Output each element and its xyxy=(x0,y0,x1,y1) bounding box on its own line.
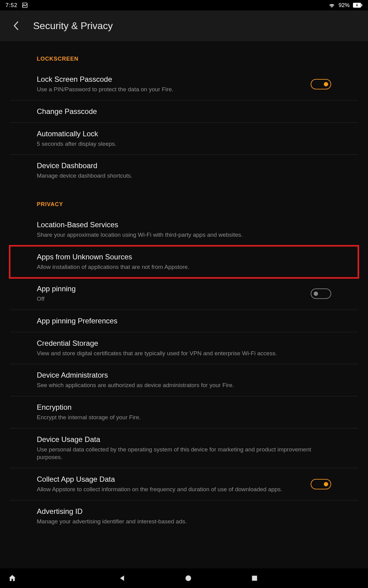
wifi-icon xyxy=(328,2,335,8)
back-button[interactable] xyxy=(9,18,23,33)
setting-subtitle: Share your approximate location using Wi… xyxy=(37,231,331,239)
setting-subtitle: Allow Appstore to collect information on… xyxy=(37,485,306,493)
nav-alexa-home-button[interactable] xyxy=(4,570,21,587)
setting-title: Device Usage Data xyxy=(37,435,331,444)
setting-subtitle: 5 seconds after display sleeps. xyxy=(37,140,331,148)
setting-title: Device Dashboard xyxy=(37,161,331,170)
setting-title: App pinning xyxy=(37,285,306,293)
setting-device-administrators[interactable]: Device AdministratorsSee which applicati… xyxy=(10,364,358,396)
battery-percentage: 92% xyxy=(339,2,350,9)
navigation-bar xyxy=(0,568,368,588)
setting-credential-storage[interactable]: Credential StorageView and store digital… xyxy=(10,332,358,364)
screenshot-icon xyxy=(22,2,28,8)
setting-subtitle: Manage your advertising identifier and i… xyxy=(37,518,331,526)
setting-location-based-services[interactable]: Location-Based ServicesShare your approx… xyxy=(10,214,358,246)
setting-title: Apps from Unknown Sources xyxy=(37,253,331,261)
setting-subtitle: Manage device dashboard shortcuts. xyxy=(37,172,331,180)
svg-rect-0 xyxy=(23,3,27,8)
setting-subtitle: See which applications are authorized as… xyxy=(37,381,331,389)
status-bar: 7:52 92% xyxy=(0,0,368,10)
setting-device-dashboard[interactable]: Device DashboardManage device dashboard … xyxy=(10,155,358,187)
setting-title: Location-Based Services xyxy=(37,221,331,229)
settings-list[interactable]: LOCKSCREENLock Screen PasscodeUse a PIN/… xyxy=(0,41,368,568)
setting-encryption[interactable]: EncryptionEncrypt the internal storage o… xyxy=(10,396,358,428)
setting-app-pinning[interactable]: App pinningOff xyxy=(10,278,358,310)
setting-subtitle: View and store digital certificates that… xyxy=(37,349,331,357)
setting-advertising-id[interactable]: Advertising IDManage your advertising id… xyxy=(10,500,358,532)
nav-home-button[interactable] xyxy=(180,570,197,587)
setting-change-passcode[interactable]: Change Passcode xyxy=(10,100,358,123)
battery-charging-icon xyxy=(353,2,362,8)
toggle-switch[interactable] xyxy=(311,79,331,89)
page-title: Security & Privacy xyxy=(33,20,113,32)
section-header: PRIVACY xyxy=(10,187,358,214)
setting-title: App pinning Preferences xyxy=(37,317,331,325)
svg-rect-5 xyxy=(252,576,257,581)
nav-recent-button[interactable] xyxy=(246,570,263,587)
setting-lock-screen-passcode[interactable]: Lock Screen PasscodeUse a PIN/Password t… xyxy=(10,68,358,100)
toggle-switch[interactable] xyxy=(311,479,331,489)
toggle-switch[interactable] xyxy=(311,288,331,299)
status-time: 7:52 xyxy=(6,2,17,9)
setting-collect-app-usage-data[interactable]: Collect App Usage DataAllow Appstore to … xyxy=(10,468,358,500)
svg-rect-3 xyxy=(361,4,362,6)
app-bar: Security & Privacy xyxy=(0,10,368,41)
svg-point-1 xyxy=(23,4,24,5)
setting-device-usage-data[interactable]: Device Usage DataUse personal data colle… xyxy=(10,428,358,468)
setting-app-pinning-preferences[interactable]: App pinning Preferences xyxy=(10,310,358,332)
setting-subtitle: Off xyxy=(37,295,306,303)
nav-back-button[interactable] xyxy=(113,570,131,587)
setting-title: Credential Storage xyxy=(37,339,331,348)
setting-apps-from-unknown-sources[interactable]: Apps from Unknown SourcesAllow installat… xyxy=(10,246,358,278)
setting-title: Encryption xyxy=(37,403,331,412)
svg-point-4 xyxy=(186,575,191,581)
setting-title: Collect App Usage Data xyxy=(37,475,306,484)
setting-title: Automatically Lock xyxy=(37,130,331,138)
setting-subtitle: Allow installation of applications that … xyxy=(37,263,331,271)
setting-automatically-lock[interactable]: Automatically Lock5 seconds after displa… xyxy=(10,123,358,155)
setting-title: Advertising ID xyxy=(37,507,331,516)
section-header: LOCKSCREEN xyxy=(10,41,358,68)
setting-title: Device Administrators xyxy=(37,371,331,379)
setting-title: Lock Screen Passcode xyxy=(37,75,306,84)
setting-subtitle: Encrypt the internal storage of your Fir… xyxy=(37,413,331,421)
setting-subtitle: Use a PIN/Password to protect the data o… xyxy=(37,85,306,93)
setting-title: Change Passcode xyxy=(37,107,331,116)
setting-subtitle: Use personal data collected by the opera… xyxy=(37,446,331,461)
